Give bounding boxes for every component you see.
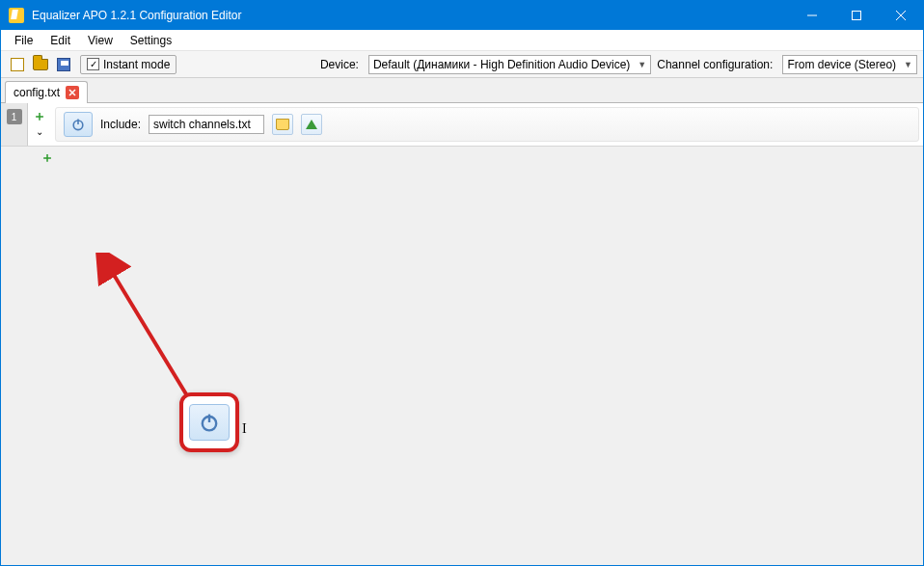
maximize-button[interactable]	[834, 1, 879, 30]
toolbar: Instant mode Device: Default (Динамики -…	[1, 51, 923, 78]
open-included-button[interactable]	[301, 114, 322, 135]
editor-area: 1 ＋ ⌄ Include:	[1, 103, 923, 565]
instant-mode-toggle[interactable]: Instant mode	[80, 55, 177, 74]
menu-edit[interactable]: Edit	[42, 32, 78, 49]
open-folder-icon	[33, 59, 48, 70]
tabbar: config.txt	[1, 78, 923, 103]
window-title: Equalizer APO 1.2.1 Configuration Editor	[32, 9, 241, 22]
channel-config-value: From device (Stereo)	[787, 58, 896, 71]
save-file-button[interactable]	[53, 54, 74, 75]
add-filter-button-bottom[interactable]: ＋	[40, 150, 55, 166]
browse-file-button[interactable]	[272, 114, 293, 135]
power-toggle-enlarged	[189, 404, 230, 441]
svg-line-8	[111, 270, 194, 407]
device-select[interactable]: Default (Динамики - High Definition Audi…	[368, 55, 651, 74]
chevron-down-icon: ▼	[904, 60, 912, 69]
device-label: Device:	[320, 58, 359, 71]
tab-close-button[interactable]	[66, 86, 79, 99]
power-toggle-button[interactable]	[64, 112, 93, 137]
menu-file[interactable]: File	[7, 32, 41, 49]
filter-row: 1 ＋ ⌄ Include:	[1, 103, 923, 147]
device-value: Default (Динамики - High Definition Audi…	[373, 58, 630, 71]
new-file-button[interactable]	[7, 54, 28, 75]
include-file-input[interactable]	[149, 115, 264, 134]
menu-view[interactable]: View	[80, 32, 121, 49]
tab-label: config.txt	[14, 86, 60, 99]
minimize-button[interactable]	[790, 1, 834, 30]
open-file-button[interactable]	[30, 54, 51, 75]
svg-rect-1	[853, 12, 861, 20]
close-button[interactable]	[879, 1, 923, 30]
new-file-icon	[11, 58, 24, 71]
power-icon	[70, 117, 86, 132]
instant-mode-label: Instant mode	[103, 58, 170, 71]
menu-settings[interactable]: Settings	[122, 32, 179, 49]
arrow-up-icon	[306, 120, 317, 129]
chevron-down-icon: ▼	[638, 60, 646, 69]
save-icon	[57, 58, 70, 71]
include-label: Include:	[100, 118, 141, 131]
row-number: 1	[7, 109, 22, 124]
add-filter-button[interactable]: ＋	[32, 109, 47, 124]
app-icon	[9, 8, 24, 23]
add-row-area: ＋	[1, 147, 923, 170]
power-icon	[198, 411, 221, 434]
menubar: File Edit View Settings	[1, 30, 923, 51]
close-icon	[68, 89, 76, 96]
channel-config-select[interactable]: From device (Stereo) ▼	[782, 55, 917, 74]
channel-config-label: Channel configuration:	[657, 58, 773, 71]
tab-config[interactable]: config.txt	[5, 81, 88, 103]
titlebar: Equalizer APO 1.2.1 Configuration Editor	[1, 1, 923, 30]
instant-mode-checkbox[interactable]	[87, 58, 99, 70]
expand-row-button[interactable]: ⌄	[36, 126, 43, 137]
text-cursor-icon: I	[242, 421, 247, 437]
folder-open-icon	[276, 119, 289, 130]
annotation-callout	[179, 392, 239, 452]
